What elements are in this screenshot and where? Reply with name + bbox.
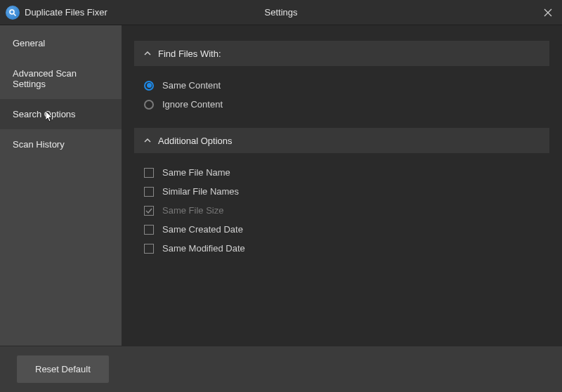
check-label: Similar File Names [162, 186, 239, 197]
radio-label: Same Content [162, 80, 221, 91]
svg-point-0 [10, 10, 14, 14]
section-find-files: Find Files With: Same Content Ignore Con… [134, 41, 549, 119]
checkbox-icon [144, 206, 154, 216]
check-label: Same Created Date [162, 224, 243, 235]
sidebar-item-label: General [13, 38, 45, 48]
app-title: Duplicate Files Fixer [25, 7, 107, 18]
radio-label: Ignore Content [162, 99, 223, 110]
radio-same-content[interactable]: Same Content [144, 76, 540, 95]
check-same-created-date[interactable]: Same Created Date [144, 220, 540, 239]
sidebar-item-label: Search Options [13, 109, 76, 119]
sidebar-item-scan-history[interactable]: Scan History [0, 129, 122, 159]
section-title: Find Files With: [158, 48, 221, 59]
check-label: Same File Size [162, 205, 223, 216]
sidebar-item-label: Scan History [13, 139, 65, 150]
check-same-modified-date[interactable]: Same Modified Date [144, 239, 540, 258]
window-title: Settings [265, 7, 298, 18]
checkbox-icon [144, 168, 154, 178]
close-button[interactable] [534, 0, 562, 25]
chevron-up-icon [144, 50, 151, 57]
sidebar-item-advanced-scan[interactable]: Advanced Scan Settings [0, 58, 122, 99]
check-same-file-size[interactable]: Same File Size [144, 201, 540, 220]
footer: Reset Default [0, 346, 562, 392]
checkbox-icon [144, 244, 154, 254]
check-label: Same File Name [162, 167, 230, 178]
section-additional: Additional Options Same File Name Simila… [134, 128, 549, 263]
chevron-up-icon [144, 137, 151, 144]
check-same-file-name[interactable]: Same File Name [144, 163, 540, 182]
section-header-find-files[interactable]: Find Files With: [134, 41, 549, 66]
section-body-find-files: Same Content Ignore Content [134, 66, 549, 119]
titlebar-left: Duplicate Files Fixer [0, 6, 107, 20]
section-header-additional[interactable]: Additional Options [134, 128, 549, 153]
section-title: Additional Options [158, 136, 233, 146]
radio-icon [144, 100, 154, 110]
app-icon [6, 6, 20, 20]
sidebar-item-general[interactable]: General [0, 28, 122, 58]
sidebar-item-label: Advanced Scan Settings [13, 68, 77, 89]
checkbox-icon [144, 225, 154, 235]
sidebar-item-search-options[interactable]: Search Options [0, 99, 122, 129]
titlebar: Duplicate Files Fixer Settings [0, 0, 562, 25]
sidebar: General Advanced Scan Settings Search Op… [0, 25, 122, 346]
main-body: General Advanced Scan Settings Search Op… [0, 25, 562, 346]
check-similar-file-names[interactable]: Similar File Names [144, 182, 540, 201]
section-body-additional: Same File Name Similar File Names Same F… [134, 153, 549, 263]
radio-ignore-content[interactable]: Ignore Content [144, 95, 540, 114]
radio-icon [144, 81, 154, 91]
check-label: Same Modified Date [162, 243, 245, 254]
svg-line-1 [14, 13, 16, 15]
reset-default-button[interactable]: Reset Default [17, 355, 109, 383]
checkbox-icon [144, 187, 154, 197]
content-panel: Find Files With: Same Content Ignore Con… [122, 25, 562, 346]
